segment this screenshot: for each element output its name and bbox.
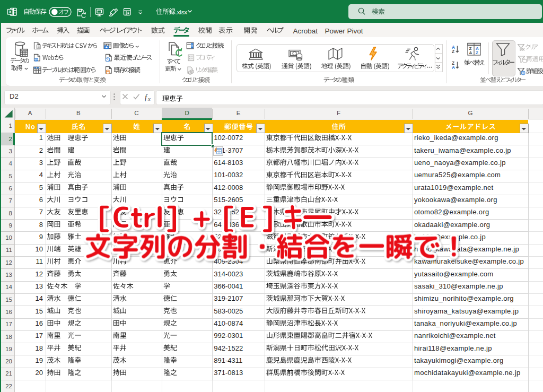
svg-text:X: X bbox=[9, 10, 12, 14]
svg-text:A: A bbox=[469, 50, 472, 55]
svg-text:Z: Z bbox=[476, 50, 478, 55]
svg-text:x: x bbox=[147, 95, 151, 102]
svg-text:Z: Z bbox=[452, 49, 454, 54]
svg-text:A: A bbox=[452, 65, 455, 70]
